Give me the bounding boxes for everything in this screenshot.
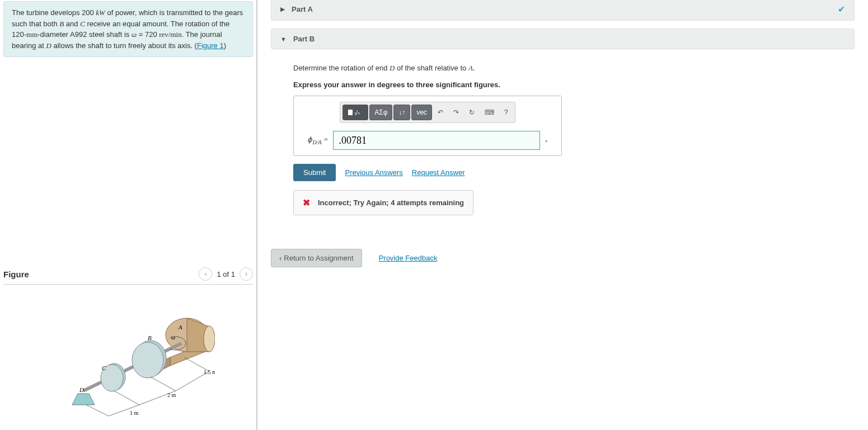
return-button[interactable]: ‹ Return to Assignment <box>271 249 362 267</box>
answer-instruction: Express your answer in degrees to three … <box>293 81 855 89</box>
provide-feedback-link[interactable]: Provide Feedback <box>379 254 438 262</box>
problem-text: = 720 <box>137 30 159 39</box>
part-b-label: Part B <box>293 35 315 43</box>
var-c: C <box>80 20 85 28</box>
incorrect-icon: ✖ <box>303 197 310 208</box>
figure-header: Figure ‹ 1 of 1 › <box>3 267 253 285</box>
figure-counter: 1 of 1 <box>217 270 235 278</box>
answer-row: ϕD/A = ∘ <box>299 131 556 150</box>
undo-icon: ↶ <box>438 108 443 116</box>
bottom-row: ‹ Return to Assignment Provide Feedback <box>271 249 855 267</box>
unit-mm: mm <box>26 30 37 39</box>
left-panel: The turbine develops 200 kW of power, wh… <box>0 0 257 430</box>
greek-button[interactable]: ΑΣφ <box>369 105 392 120</box>
reset-button[interactable]: ↻ <box>465 105 479 120</box>
svg-line-12 <box>114 391 139 405</box>
figure-link[interactable]: Figure 1 <box>197 41 224 50</box>
var-a: A <box>468 64 473 72</box>
math-toolbar: √▫ ΑΣφ ↓↑ vec ↶ ↷ ↻ ⌨ ? <box>340 102 515 123</box>
feedback-text: Incorrect; Try Again; 4 attempts remaini… <box>318 199 464 207</box>
part-b-content: Determine the rotation of end D of the s… <box>271 55 855 226</box>
check-icon: ✔ <box>838 4 845 15</box>
problem-statement: The turbine develops 200 kW of power, wh… <box>3 1 253 57</box>
label-b: B <box>148 334 152 341</box>
vector-button[interactable]: vec <box>411 105 432 120</box>
dim-1m: 1 m <box>130 410 139 416</box>
label-d: D <box>79 386 84 393</box>
problem-text: allows the shaft to turn freely about it… <box>51 41 197 50</box>
feedback-box: ✖ Incorrect; Try Again; 4 attempts remai… <box>293 190 473 215</box>
redo-button[interactable]: ↷ <box>449 105 463 120</box>
answer-input[interactable] <box>333 131 540 150</box>
unit-degree: ∘ <box>545 138 548 144</box>
question-text: Determine the rotation of end D of the s… <box>293 64 855 73</box>
submit-button[interactable]: Submit <box>293 164 336 181</box>
right-panel: ▶ Part A ✔ ▼ Part B Determine the rotati… <box>257 0 868 430</box>
unit-revmin: rev/min <box>159 30 181 39</box>
templates-icon: √▫ <box>348 108 363 117</box>
request-answer-link[interactable]: Request Answer <box>412 168 465 177</box>
undo-button[interactable]: ↶ <box>433 105 448 120</box>
problem-text: ) <box>224 41 226 50</box>
templates-button[interactable]: √▫ <box>342 105 368 120</box>
chevron-left-icon: ‹ <box>279 254 281 262</box>
problem-text: The turbine develops 200 <box>12 8 96 17</box>
figure-next-button[interactable]: › <box>240 267 253 281</box>
figure-title: Figure <box>3 270 29 279</box>
problem-text: -diameter A992 steel shaft is <box>37 30 132 39</box>
subscript-button[interactable]: ↓↑ <box>393 105 410 120</box>
dim-1-5m: 1.5 m <box>204 369 215 375</box>
label-omega: ω <box>171 334 175 341</box>
submit-row: Submit Previous Answers Request Answer <box>293 164 855 181</box>
collapse-icon: ▼ <box>280 36 287 42</box>
svg-marker-5 <box>72 394 95 405</box>
label-a: A <box>178 324 182 330</box>
previous-answers-link[interactable]: Previous Answers <box>345 168 402 177</box>
svg-point-3 <box>204 326 215 352</box>
var-d: D <box>46 41 51 50</box>
app-root: The turbine develops 200 kW of power, wh… <box>0 0 868 430</box>
svg-line-11 <box>151 377 176 391</box>
reset-icon: ↻ <box>469 108 475 116</box>
var-omega: ω <box>132 30 137 39</box>
svg-text:√▫: √▫ <box>354 110 360 116</box>
return-label: Return to Assignment <box>284 254 353 262</box>
svg-rect-17 <box>348 110 353 115</box>
svg-line-13 <box>86 405 109 416</box>
expand-icon: ▶ <box>280 6 285 13</box>
part-b-header[interactable]: ▼ Part B <box>271 29 855 49</box>
figure-prev-button[interactable]: ‹ <box>199 267 212 281</box>
dim-2m: 2 m <box>167 392 176 398</box>
help-button[interactable]: ? <box>500 105 513 120</box>
part-a-header[interactable]: ▶ Part A ✔ <box>271 0 855 21</box>
answer-variable-label: ϕD/A = <box>307 135 328 145</box>
svg-point-7 <box>132 342 163 378</box>
figure-image: A B C D ω 1.5 m 2 m 1 m <box>3 296 253 419</box>
keyboard-icon: ⌨ <box>485 108 494 116</box>
shaft-diagram: A B C D ω 1.5 m 2 m 1 m <box>41 296 215 419</box>
problem-text: and <box>64 20 80 28</box>
figure-section: Figure ‹ 1 of 1 › <box>3 267 253 419</box>
keyboard-button[interactable]: ⌨ <box>480 105 499 120</box>
redo-icon: ↷ <box>453 108 459 116</box>
unit-kw: kW <box>96 8 105 17</box>
part-a-label: Part A <box>292 5 313 13</box>
var-d: D <box>390 64 395 72</box>
answer-box: √▫ ΑΣφ ↓↑ vec ↶ ↷ ↻ ⌨ ? ϕD/A = ∘ <box>293 96 562 156</box>
label-c: C <box>102 365 106 371</box>
figure-nav: ‹ 1 of 1 › <box>199 267 253 281</box>
